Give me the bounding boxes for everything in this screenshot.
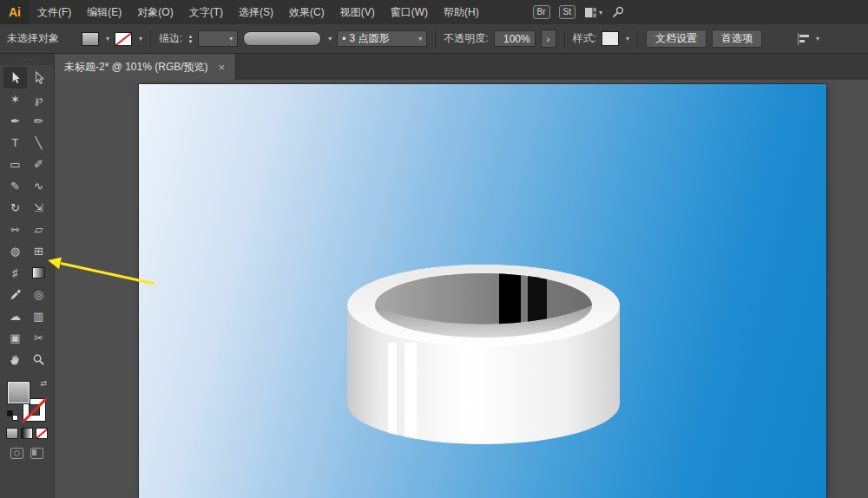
shape-builder-icon: ◍ — [10, 246, 20, 257]
curvature-icon: ✏ — [34, 115, 43, 127]
scale-tool[interactable]: ⇲ — [27, 197, 50, 219]
free-transform-icon: ▱ — [35, 224, 43, 235]
chevron-down-icon: ▾ — [418, 35, 422, 43]
menu-window[interactable]: 窗口(W) — [383, 0, 436, 24]
perspective-grid-tool[interactable]: ⊞ — [27, 240, 50, 262]
column-graph-tool[interactable]: ▥ — [27, 305, 50, 327]
mesh-tool[interactable]: ♯ — [3, 262, 27, 284]
gradient-button[interactable] — [21, 428, 33, 439]
rotate-icon: ↻ — [10, 202, 20, 213]
menu-object[interactable]: 对象(O) — [129, 0, 181, 24]
align-icon[interactable] — [797, 33, 811, 45]
menu-select[interactable]: 选择(S) — [231, 0, 281, 24]
symbol-sprayer-icon: ☁ — [10, 311, 21, 322]
menu-effect[interactable]: 效果(C) — [281, 0, 332, 24]
color-button[interactable] — [6, 428, 18, 439]
style-swatch[interactable] — [602, 31, 619, 46]
chevron-down-icon[interactable]: ▾ — [106, 35, 109, 43]
selection-tool[interactable] — [3, 67, 27, 88]
shaper-tool[interactable]: ∿ — [27, 175, 50, 197]
width-tool[interactable]: ⇿ — [3, 219, 27, 240]
stock-button[interactable]: St — [559, 5, 575, 19]
document-tab-title: 未标题-2* @ 101% (RGB/预览) — [64, 60, 208, 75]
chevron-down-icon[interactable]: ▾ — [328, 35, 332, 43]
chevron-down-icon: ▾ — [229, 35, 233, 43]
width-profile-preview[interactable] — [243, 31, 321, 46]
search-button[interactable] — [611, 5, 625, 19]
rotate-tool[interactable]: ↻ — [3, 197, 27, 219]
zoom-tool[interactable] — [27, 349, 50, 370]
screen-mode-button[interactable] — [30, 448, 43, 459]
slice-tool[interactable]: ✂ — [27, 327, 50, 349]
stepper-down-icon[interactable]: ▼ — [187, 39, 193, 44]
eyedropper-tool[interactable] — [3, 284, 27, 305]
close-icon[interactable]: × — [219, 61, 226, 74]
lasso-tool[interactable]: ℘ — [27, 88, 50, 110]
artboard-canvas[interactable] — [139, 84, 826, 498]
magic-wand-tool[interactable]: ✶ — [3, 88, 27, 110]
curvature-tool[interactable]: ✏ — [27, 110, 50, 132]
swap-fill-stroke-icon[interactable]: ⇄ — [40, 379, 47, 388]
chevron-down-icon[interactable]: ▾ — [626, 35, 629, 43]
opacity-panel-button[interactable]: › — [541, 29, 556, 48]
default-fill-stroke-button[interactable] — [7, 410, 18, 421]
mesh-icon: ♯ — [12, 267, 18, 278]
stroke-color-swatch[interactable] — [115, 32, 132, 46]
artboard-tool[interactable]: ▣ — [3, 327, 27, 349]
menu-type[interactable]: 文字(T) — [181, 0, 231, 24]
pencil-tool[interactable]: ✎ — [3, 175, 27, 197]
brush-name: 3 点圆形 — [350, 31, 390, 46]
type-tool[interactable]: T — [3, 132, 27, 154]
column-graph-icon: ▥ — [33, 311, 43, 322]
none-button[interactable] — [36, 428, 48, 439]
selection-icon — [9, 71, 22, 84]
free-transform-tool[interactable]: ▱ — [27, 219, 50, 240]
fill-color-swatch[interactable] — [82, 32, 99, 46]
artboard-icon: ▣ — [10, 332, 20, 344]
gradient-tool[interactable] — [27, 262, 50, 284]
pen-icon: ✒ — [10, 115, 20, 127]
hand-tool[interactable] — [3, 349, 27, 370]
shaper-icon: ∿ — [34, 180, 43, 192]
opacity-field[interactable]: 100% — [494, 30, 536, 47]
app-logo[interactable]: Ai — [0, 0, 30, 24]
search-icon — [611, 5, 625, 19]
workspace-switcher[interactable]: ▾ — [584, 7, 602, 18]
hand-icon — [9, 353, 22, 366]
preferences-button[interactable]: 首选项 — [712, 29, 762, 48]
eyedropper-icon — [9, 288, 22, 301]
chevron-down-icon[interactable]: ▾ — [139, 35, 142, 43]
menu-file[interactable]: 文件(F) — [30, 0, 79, 24]
paintbrush-tool[interactable]: ✐ — [27, 154, 50, 175]
rectangle-tool[interactable]: ▭ — [3, 154, 27, 175]
menu-view[interactable]: 视图(V) — [332, 0, 383, 24]
shape-builder-tool[interactable]: ◍ — [3, 240, 27, 262]
document-area[interactable] — [54, 80, 868, 498]
style-label: 样式: — [573, 31, 596, 46]
pen-tool[interactable]: ✒ — [3, 110, 27, 132]
blend-tool[interactable]: ◎ — [27, 284, 50, 305]
direct-selection-tool[interactable] — [27, 67, 50, 88]
chevron-down-icon[interactable]: ▾ — [816, 35, 819, 43]
line-segment-tool[interactable]: ╲ — [27, 132, 50, 154]
control-bar: 未选择对象 ▾ ▾ 描边: ▲ ▼ ▾ ▾ • 3 点圆形 ▾ 不透明度: 10… — [0, 24, 868, 54]
draw-normal-button[interactable] — [10, 448, 23, 459]
document-tab[interactable]: 未标题-2* @ 101% (RGB/预览) × — [54, 54, 236, 80]
menu-help[interactable]: 帮助(H) — [436, 0, 487, 24]
toolbar-grip[interactable]: ∙∙∙∙ — [0, 54, 54, 65]
direct-selection-icon — [32, 71, 45, 84]
stroke-weight-stepper[interactable]: ▲ ▼ — [187, 34, 193, 44]
brush-bullet-icon: • — [342, 33, 345, 45]
stroke-weight-dropdown[interactable]: ▾ — [198, 30, 238, 47]
paint-mode-row — [0, 428, 54, 439]
document-setup-button[interactable]: 文档设置 — [646, 29, 707, 48]
perspective-grid-icon: ⊞ — [34, 246, 43, 257]
magic-wand-icon: ✶ — [10, 94, 20, 105]
fill-indicator[interactable] — [7, 381, 30, 404]
ring-artwork[interactable] — [139, 84, 826, 498]
menu-edit[interactable]: 编辑(E) — [79, 0, 129, 24]
symbol-sprayer-tool[interactable]: ☁ — [3, 305, 27, 327]
brush-definition-dropdown[interactable]: • 3 点圆形 ▾ — [337, 30, 427, 47]
bridge-button[interactable]: Br — [533, 5, 550, 19]
opacity-label: 不透明度: — [444, 31, 488, 46]
